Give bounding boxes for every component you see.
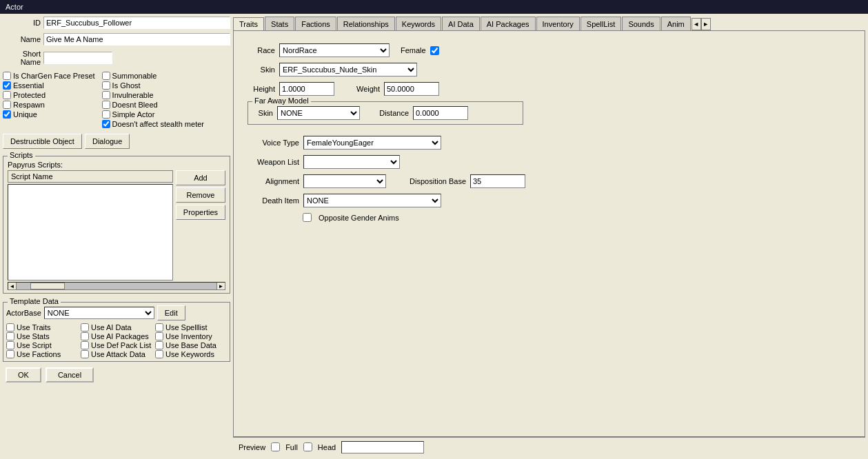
properties-script-button[interactable]: Properties <box>176 205 225 220</box>
summonable-checkbox[interactable] <box>102 72 110 80</box>
head-checkbox[interactable] <box>303 442 312 451</box>
weapon-list-select[interactable] <box>303 155 400 169</box>
use-stats-checkbox[interactable] <box>6 332 14 340</box>
use-spelllist-checkbox[interactable] <box>155 323 163 332</box>
template-data-title: Template Data <box>8 297 61 305</box>
skin-row: Skin ERF_Succubus_Nude_Skin <box>248 63 851 76</box>
script-list[interactable] <box>8 184 173 280</box>
ok-button[interactable]: OK <box>6 367 41 382</box>
use-basedata-checkbox[interactable] <box>155 341 163 349</box>
use-script-checkbox[interactable] <box>6 341 14 349</box>
female-checkbox[interactable] <box>430 46 439 55</box>
use-factions-checkbox[interactable] <box>6 350 14 358</box>
alignment-select[interactable] <box>303 174 386 188</box>
tab-stats-label: Stats <box>271 20 288 28</box>
name-input[interactable] <box>43 33 230 45</box>
use-defpacklist-checkbox[interactable] <box>81 341 89 349</box>
script-buttons: Add Remove Properties <box>176 170 225 280</box>
content-area: ID Name ShortName Is CharGen Face Preset <box>0 14 868 459</box>
scroll-left-btn[interactable]: ◄ <box>8 283 17 289</box>
checkbox-isghost: Is Ghost <box>102 81 204 90</box>
voice-type-select[interactable]: FemaleYoungEager <box>303 136 441 150</box>
race-select[interactable]: NordRace <box>279 43 390 57</box>
simpleactor-label: Simple Actor <box>112 110 155 119</box>
tab-aidata[interactable]: AI Data <box>442 17 480 30</box>
scroll-right-btn[interactable]: ► <box>216 283 225 289</box>
dialogue-button[interactable]: Dialogue <box>85 134 130 149</box>
essential-checkbox[interactable] <box>3 81 11 90</box>
stealth-label: Doesn't affect stealth meter <box>112 120 204 128</box>
use-stats-label: Use Stats <box>17 332 50 340</box>
doesntbleed-label: Doesnt Bleed <box>112 101 158 109</box>
use-attackdata-checkbox[interactable] <box>81 350 89 358</box>
id-input[interactable] <box>43 17 230 29</box>
tab-sounds[interactable]: Sounds <box>622 17 660 30</box>
weight-input[interactable] <box>384 82 439 96</box>
chargen-checkbox[interactable] <box>3 72 11 80</box>
respawn-checkbox[interactable] <box>3 101 11 109</box>
tab-relationships[interactable]: Relationships <box>337 17 395 30</box>
tab-sounds-label: Sounds <box>628 20 654 28</box>
skin-select[interactable]: ERF_Succubus_Nude_Skin <box>279 63 417 76</box>
tab-anim[interactable]: Anim <box>661 17 691 30</box>
invulnerable-checkbox[interactable] <box>102 91 110 99</box>
tab-traits[interactable]: Traits <box>233 17 264 31</box>
use-traits-label: Use Traits <box>17 323 51 332</box>
full-checkbox[interactable] <box>271 442 280 451</box>
template-data-group: Template Data ActorBase NONE Edit Use Tr… <box>3 302 230 362</box>
height-input[interactable] <box>279 82 334 96</box>
death-item-select[interactable]: NONE <box>303 194 441 207</box>
short-name-input[interactable] <box>43 52 112 64</box>
tab-inventory[interactable]: Inventory <box>536 17 580 30</box>
tab-aipackages[interactable]: AI Packages <box>481 17 536 30</box>
add-script-button[interactable]: Add <box>176 170 225 185</box>
use-aipackages-cb: Use AI Packages <box>81 332 152 340</box>
destructible-object-button[interactable]: Destructible Object <box>3 134 82 149</box>
use-traits-checkbox[interactable] <box>6 323 14 332</box>
protected-checkbox[interactable] <box>3 91 11 99</box>
full-label: Full <box>285 443 298 451</box>
opposite-gender-row: Opposite Gender Anims <box>303 213 851 222</box>
remove-script-button[interactable]: Remove <box>176 187 225 203</box>
opposite-gender-checkbox[interactable] <box>303 213 312 222</box>
simpleactor-checkbox[interactable] <box>102 110 110 119</box>
stealth-checkbox[interactable] <box>102 120 110 128</box>
tab-stats[interactable]: Stats <box>265 17 294 30</box>
far-distance-input[interactable] <box>413 106 468 120</box>
tab-factions[interactable]: Factions <box>295 17 336 30</box>
use-inventory-checkbox[interactable] <box>155 332 163 340</box>
disposition-base-input[interactable] <box>470 174 525 188</box>
script-scrollbar[interactable]: ◄ ► <box>8 282 225 290</box>
checkbox-summonable: Summonable <box>102 72 204 80</box>
use-keywords-checkbox[interactable] <box>155 350 163 358</box>
doesntbleed-checkbox[interactable] <box>102 101 110 109</box>
cancel-button[interactable]: Cancel <box>46 367 94 382</box>
isghost-checkbox[interactable] <box>102 81 110 90</box>
checkbox-essential: Essential <box>3 81 95 90</box>
use-aipackages-checkbox[interactable] <box>81 332 89 340</box>
tab-spelllist[interactable]: SpellList <box>581 17 622 30</box>
unique-checkbox[interactable] <box>3 110 11 119</box>
short-name-row: ShortName <box>3 50 230 66</box>
use-spelllist-label: Use Spelllist <box>165 323 208 332</box>
edit-template-button[interactable]: Edit <box>157 305 185 320</box>
far-skin-select[interactable]: NONE <box>277 106 360 120</box>
tab-keywords[interactable]: Keywords <box>396 17 441 30</box>
tab-relationships-label: Relationships <box>343 20 389 28</box>
tab-nav-right[interactable]: ► <box>701 18 711 30</box>
script-area: Script Name Add Remove Properties <box>8 170 225 280</box>
template-row: ActorBase NONE Edit <box>6 305 227 320</box>
use-aidata-checkbox[interactable] <box>81 323 89 332</box>
use-attackdata-label: Use Attack Data <box>91 350 145 358</box>
title-bar-label: Actor <box>6 3 23 11</box>
height-label: Height <box>248 85 275 93</box>
action-buttons-row: Destructible Object Dialogue <box>3 134 230 149</box>
use-attackdata-cb: Use Attack Data <box>81 350 152 358</box>
voice-type-row: Voice Type FemaleYoungEager <box>248 136 851 150</box>
far-skin-label: Skin <box>252 109 273 117</box>
papyrus-label: Papyrus Scripts: <box>8 161 225 169</box>
tab-nav-left[interactable]: ◄ <box>692 18 701 30</box>
short-name-label: ShortName <box>3 50 41 66</box>
chargen-label: Is CharGen Face Preset <box>13 72 95 80</box>
actorbase-select[interactable]: NONE <box>44 307 154 319</box>
